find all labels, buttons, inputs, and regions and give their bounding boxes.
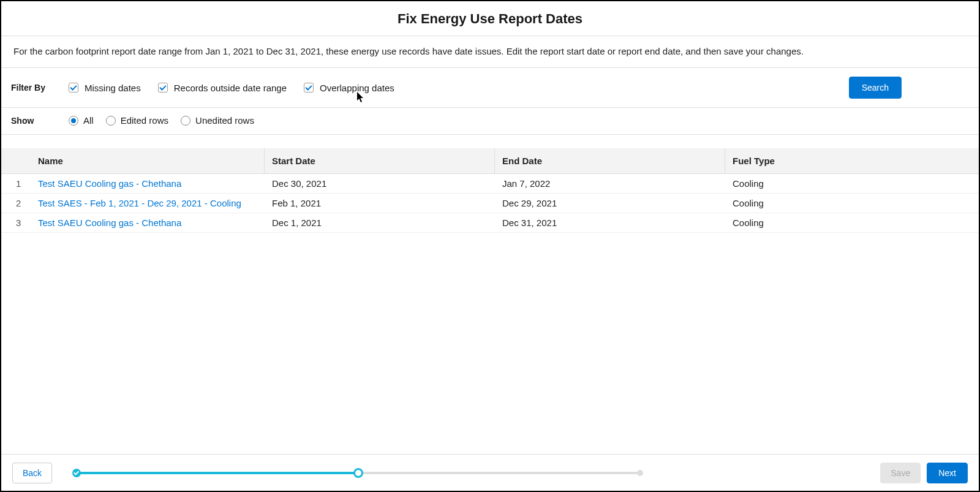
checkbox-icon[interactable] — [158, 83, 168, 93]
row-number: 3 — [1, 213, 38, 232]
step-3-upcoming-icon — [637, 470, 643, 476]
table-row: 1 Test SAEU Cooling gas - Chethana Dec 3… — [1, 174, 979, 194]
search-button[interactable]: Search — [849, 77, 902, 99]
progress-indicator — [77, 472, 640, 474]
data-table: Name Start Date End Date Fuel Type 1 Tes… — [1, 135, 979, 233]
radio-edited-rows[interactable]: Edited rows — [106, 115, 168, 126]
page-title: Fix Energy Use Report Dates — [1, 11, 979, 27]
radio-all[interactable]: All — [69, 115, 94, 126]
radio-label: Edited rows — [121, 115, 168, 126]
col-header-num — [1, 148, 38, 173]
footer-bar: Back Save Next — [1, 454, 979, 491]
radio-icon[interactable] — [106, 116, 116, 126]
progress-fill — [77, 472, 358, 474]
instructions-text: For the carbon footprint report date ran… — [1, 36, 979, 68]
show-label: Show — [11, 116, 54, 126]
row-fuel-type: Cooling — [725, 194, 979, 213]
step-2-current-icon — [353, 468, 363, 478]
checkbox-icon[interactable] — [304, 83, 314, 93]
step-1-complete-icon — [72, 469, 81, 477]
checkbox-overlapping-dates[interactable]: Overlapping dates — [304, 83, 394, 93]
radio-icon[interactable] — [181, 116, 190, 126]
checkbox-missing-dates[interactable]: Missing dates — [69, 83, 141, 93]
row-number: 1 — [1, 174, 38, 193]
back-button[interactable]: Back — [12, 463, 52, 483]
row-start-date[interactable]: Feb 1, 2021 — [265, 194, 495, 213]
radio-label: All — [83, 115, 94, 126]
show-radio-group: All Edited rows Unedited rows — [69, 115, 254, 126]
row-end-date[interactable]: Dec 31, 2021 — [495, 213, 725, 232]
checkbox-records-outside[interactable]: Records outside date range — [158, 83, 287, 93]
save-button: Save — [880, 463, 921, 483]
next-button[interactable]: Next — [927, 463, 968, 483]
col-header-start-date[interactable]: Start Date — [265, 148, 495, 173]
radio-unedited-rows[interactable]: Unedited rows — [181, 115, 254, 126]
row-number: 2 — [1, 194, 38, 213]
col-header-end-date[interactable]: End Date — [495, 148, 725, 173]
page-header: Fix Energy Use Report Dates — [1, 1, 979, 36]
table-header-row: Name Start Date End Date Fuel Type — [1, 148, 979, 174]
radio-icon[interactable] — [69, 116, 78, 126]
filter-by-label: Filter By — [11, 83, 54, 93]
row-start-date[interactable]: Dec 1, 2021 — [265, 213, 495, 232]
checkbox-label: Missing dates — [85, 83, 141, 93]
row-start-date[interactable]: Dec 30, 2021 — [265, 174, 495, 193]
checkbox-icon[interactable] — [69, 83, 78, 93]
row-name-link[interactable]: Test SAES - Feb 1, 2021 - Dec 29, 2021 -… — [38, 194, 265, 213]
radio-label: Unedited rows — [195, 115, 254, 126]
row-name-link[interactable]: Test SAEU Cooling gas - Chethana — [38, 174, 265, 193]
col-header-fuel-type[interactable]: Fuel Type — [725, 148, 979, 173]
show-row: Show All Edited rows Unedited rows — [1, 108, 979, 135]
col-header-name[interactable]: Name — [38, 148, 265, 173]
row-end-date[interactable]: Jan 7, 2022 — [495, 174, 725, 193]
row-fuel-type: Cooling — [725, 174, 979, 193]
row-name-link[interactable]: Test SAEU Cooling gas - Chethana — [38, 213, 265, 232]
checkbox-label: Overlapping dates — [320, 83, 394, 93]
table-row: 2 Test SAES - Feb 1, 2021 - Dec 29, 2021… — [1, 194, 979, 213]
filter-row: Filter By Missing dates Records outside … — [1, 68, 979, 108]
row-end-date[interactable]: Dec 29, 2021 — [495, 194, 725, 213]
row-fuel-type: Cooling — [725, 213, 979, 232]
table-row: 3 Test SAEU Cooling gas - Chethana Dec 1… — [1, 213, 979, 233]
filter-checkbox-group: Missing dates Records outside date range… — [69, 83, 834, 93]
checkbox-label: Records outside date range — [174, 83, 287, 93]
